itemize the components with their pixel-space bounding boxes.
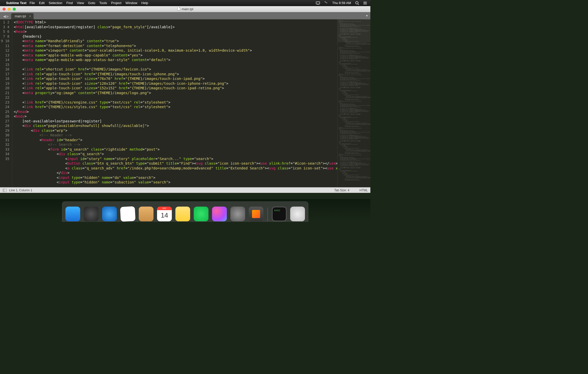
syntax-indicator[interactable]: HTML — [359, 189, 368, 192]
dock-launchpad[interactable] — [84, 207, 99, 221]
tab-close-icon[interactable]: × — [29, 15, 31, 18]
calendar-day: 14 — [157, 210, 172, 220]
sidebar-toggle-icon[interactable] — [3, 189, 7, 192]
dock-safari[interactable] — [102, 207, 117, 221]
status-bar: Line 1, Column 1 Tab Size: 4 HTML — [0, 187, 370, 193]
dock-trash[interactable] — [290, 207, 305, 221]
svg-point-7 — [363, 2, 364, 2]
menu-project[interactable]: Project — [111, 1, 121, 5]
dock-notes[interactable] — [175, 207, 190, 221]
dock-messages[interactable] — [194, 207, 208, 221]
document-icon — [177, 7, 180, 11]
close-window-button[interactable] — [3, 8, 6, 11]
svg-point-8 — [363, 3, 364, 3]
tab-main-tpl[interactable]: main.tpl × — [11, 13, 34, 19]
dock-terminal[interactable]: exec — [272, 207, 287, 221]
script-icon[interactable] — [324, 1, 328, 5]
menu-tools[interactable]: Tools — [99, 1, 107, 5]
svg-point-9 — [363, 4, 364, 4]
dock-calendar[interactable]: SEP 14 — [157, 207, 172, 221]
tabs-dropdown-icon[interactable]: ▾ — [366, 14, 368, 18]
screenshare-icon[interactable] — [316, 1, 320, 5]
code-area[interactable]: <!DOCTYPE html> <html[available=lostpass… — [12, 19, 337, 187]
menu-window[interactable]: Window — [125, 1, 137, 5]
menu-goto[interactable]: Goto — [88, 1, 95, 5]
tab-bar: ◀ ▶ main.tpl × ▾ — [0, 12, 370, 19]
window-title: main.tpl — [182, 7, 193, 11]
menu-find[interactable]: Find — [66, 1, 73, 5]
menubar-clock[interactable]: Thu 8:59 AM — [332, 1, 351, 5]
dock-sublime-text[interactable] — [249, 207, 263, 221]
svg-point-2 — [356, 2, 358, 4]
editor: 1 2 3 4 5 6 7 8 9 10 11 12 13 14 15 16 1… — [0, 19, 370, 187]
traffic-lights — [0, 8, 16, 11]
menu-edit[interactable]: Edit — [39, 1, 45, 5]
tab-label: main.tpl — [15, 15, 26, 18]
calendar-month: SEP — [157, 207, 172, 210]
macos-menubar: Sublime Text File Edit Selection Find Vi… — [0, 0, 370, 6]
line-number-gutter: 1 2 3 4 5 6 7 8 9 10 11 12 13 14 15 16 1… — [0, 19, 12, 187]
menu-file[interactable]: File — [30, 1, 35, 5]
menu-selection[interactable]: Selection — [49, 1, 62, 5]
nav-forward-icon[interactable]: ▶ — [6, 14, 9, 18]
menu-view[interactable]: View — [77, 1, 84, 5]
dock-separator — [268, 208, 268, 221]
dock-contacts[interactable] — [139, 207, 153, 221]
dock-mail[interactable] — [120, 206, 136, 222]
tab-size-indicator[interactable]: Tab Size: 4 — [334, 189, 349, 192]
window-titlebar: main.tpl — [0, 6, 370, 12]
minimize-window-button[interactable] — [8, 8, 11, 11]
svg-line-3 — [358, 4, 359, 5]
dock-itunes[interactable] — [212, 207, 227, 221]
cursor-position[interactable]: Line 1, Column 1 — [9, 189, 32, 192]
svg-rect-0 — [316, 2, 320, 4]
menu-help[interactable]: Help — [141, 1, 148, 5]
fullscreen-window-button[interactable] — [13, 8, 16, 11]
menubar-app-name[interactable]: Sublime Text — [6, 1, 26, 5]
dock-system-preferences[interactable] — [230, 207, 245, 221]
spotlight-icon[interactable] — [355, 1, 359, 5]
nav-back-icon[interactable]: ◀ — [3, 14, 6, 18]
notification-center-icon[interactable] — [363, 1, 367, 5]
minimap[interactable]: <!DOCTYPE html> <html[available=lostpass… — [337, 19, 370, 187]
dock: SEP 14 exec — [0, 202, 370, 222]
dock-finder[interactable] — [65, 207, 80, 221]
